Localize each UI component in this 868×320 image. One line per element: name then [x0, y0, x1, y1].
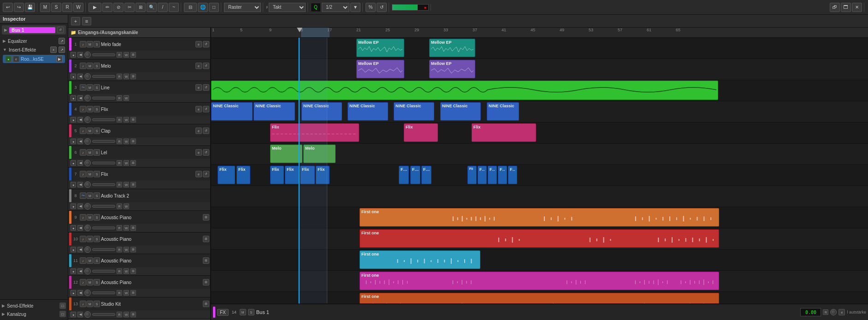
track-8-audio-icon[interactable]: 〜: [80, 192, 86, 199]
track-7-knob[interactable]: [84, 181, 91, 188]
track-4-mute-btn[interactable]: M: [87, 106, 93, 112]
inspector-equalizer-section[interactable]: ▶ Equalizer ↗: [0, 36, 68, 46]
track-3-edit-icon[interactable]: e: [195, 84, 202, 91]
r-button[interactable]: R: [62, 3, 72, 12]
inspector-bus-row[interactable]: ▶ Bus 1 ↺: [2, 25, 66, 35]
track-5-fader[interactable]: [92, 140, 115, 143]
track-11-route-icon[interactable]: ⊞: [203, 257, 209, 264]
fx-solo-btn[interactable]: S: [248, 309, 254, 315]
track-7-w[interactable]: W: [124, 182, 129, 187]
track-11-solo-btn[interactable]: S: [94, 257, 100, 264]
track-12-route-icon[interactable]: ⊞: [203, 279, 209, 285]
track-10-more[interactable]: ⊞: [130, 247, 136, 252]
mode-cut-button[interactable]: ✂: [124, 3, 135, 12]
track-3-solo-btn[interactable]: S: [94, 84, 100, 91]
track-10-left[interactable]: ◀: [77, 247, 83, 252]
track-1-fader[interactable]: [92, 53, 115, 56]
track-7-midi-icon[interactable]: ♪: [80, 171, 86, 177]
arrangement-row-8[interactable]: [211, 186, 868, 207]
track-8-knob[interactable]: [84, 203, 91, 209]
fx-e-btn[interactable]: e: [838, 309, 845, 315]
snap-button[interactable]: ⊟: [184, 3, 197, 12]
track-6-knob[interactable]: [84, 160, 91, 166]
track-10-mute-btn[interactable]: M: [87, 236, 93, 242]
track-3-knob[interactable]: [84, 95, 91, 101]
track-9-mute-btn[interactable]: M: [87, 214, 93, 221]
track-4-knob[interactable]: [84, 116, 91, 123]
track-4-more[interactable]: ⊞: [130, 117, 136, 122]
track-4-r[interactable]: R: [117, 117, 122, 122]
track-4-midi-icon[interactable]: ♪: [80, 106, 86, 112]
track-9-knob[interactable]: [84, 225, 91, 231]
track-2-left[interactable]: ◀: [77, 74, 83, 79]
arrangement-row-2[interactable]: Mellow EP Mellow EP: [211, 59, 868, 80]
track-list-icon-button[interactable]: ≡: [82, 17, 91, 25]
m-button[interactable]: M: [40, 3, 50, 12]
mode-glue-button[interactable]: ⊞: [136, 3, 146, 12]
clip-flix-blue-10[interactable]: Fli: [467, 166, 477, 184]
mode-eraser-button[interactable]: ⊘: [113, 3, 124, 12]
track-7-edit-icon[interactable]: e: [195, 171, 202, 177]
arrangement-row-13[interactable]: First one: [211, 292, 868, 303]
clip-nine-4[interactable]: NINE Classic: [348, 102, 388, 121]
clip-flix-pink-3[interactable]: Flix: [472, 123, 536, 142]
track-9-more[interactable]: ⊞: [130, 225, 136, 231]
track-9-r[interactable]: R: [117, 225, 122, 231]
arrangement-row-1[interactable]: Mellow EP Mellow EP: [211, 38, 868, 59]
arrangement-row-11[interactable]: First one: [211, 250, 868, 271]
fx-knob[interactable]: [830, 309, 837, 315]
clip-flix-pink-1[interactable]: Flix: [270, 123, 359, 142]
track-8-fader[interactable]: [92, 205, 115, 208]
track-1-edit-icon[interactable]: e: [195, 41, 202, 47]
clip-melo-1[interactable]: Melo: [270, 145, 302, 163]
track-13-more[interactable]: ⊞: [130, 312, 136, 317]
track-1-r[interactable]: R: [117, 52, 122, 58]
track-2-solo-btn[interactable]: S: [94, 63, 100, 69]
min-window-button[interactable]: 🗗: [830, 3, 840, 12]
track-2-mute-btn[interactable]: M: [87, 63, 93, 69]
plugin-arrow-icon[interactable]: ▶: [56, 56, 63, 62]
rooks-plugin-row[interactable]: ● e Roo...ksSE ▶: [3, 55, 65, 63]
save-button[interactable]: 💾: [25, 3, 35, 12]
mode-pencil-button[interactable]: ✏: [102, 3, 112, 12]
track-8-rec[interactable]: ●: [71, 204, 76, 209]
track-7-left[interactable]: ◀: [77, 182, 83, 187]
track-9-w[interactable]: W: [124, 225, 129, 231]
track-12-left[interactable]: ◀: [77, 290, 83, 296]
track-group-eingangs[interactable]: 📁 Eingangs-/Ausgangskanäle: [68, 28, 210, 38]
track-8-r[interactable]: R: [117, 204, 122, 209]
track-11-mute-btn[interactable]: M: [87, 257, 93, 264]
clip-mellow-purple-1[interactable]: Mellow EP: [356, 60, 404, 78]
track-11-more[interactable]: ⊞: [130, 268, 136, 274]
track-5-route-icon[interactable]: ↺: [203, 128, 209, 134]
clip-nine-6[interactable]: NINE Classic: [440, 102, 481, 121]
track-13-midi-icon[interactable]: ♪: [80, 301, 86, 307]
mode-vel-button[interactable]: ~: [169, 3, 179, 12]
track-1-left[interactable]: ◀: [77, 52, 83, 58]
track-13-w[interactable]: W: [124, 312, 129, 317]
track-7-fader[interactable]: [92, 183, 115, 186]
send-effekte-row[interactable]: ▶ Send-Effekte □: [2, 302, 66, 310]
track-4-fader[interactable]: [92, 118, 115, 121]
track-2-r[interactable]: R: [117, 74, 122, 79]
global-snap-button[interactable]: 🌐: [198, 3, 208, 12]
arrangement-row-7[interactable]: Flix Flix Flix Flix Flix: [211, 165, 868, 186]
track-4-w[interactable]: W: [124, 117, 129, 122]
arrangement-row-6[interactable]: Melo Melo: [211, 144, 868, 165]
track-9-midi-icon[interactable]: ♪: [80, 214, 86, 221]
clip-nine-3[interactable]: NINE Classic: [301, 102, 342, 121]
track-1-knob[interactable]: [84, 52, 91, 58]
track-6-route-icon[interactable]: ↺: [203, 149, 209, 156]
track-10-midi-icon[interactable]: ♪: [80, 236, 86, 242]
insert-options-icon[interactable]: ↗: [59, 47, 65, 53]
clip-flix-blue-2[interactable]: Flix: [236, 166, 250, 184]
no-snap-button[interactable]: □: [209, 3, 219, 12]
track-4-route-icon[interactable]: ↺: [203, 106, 209, 112]
track-12-solo-btn[interactable]: S: [94, 279, 100, 285]
clip-flix-blue-12[interactable]: Flix: [488, 166, 497, 184]
track-3-rec[interactable]: ●: [71, 95, 76, 101]
track-5-more[interactable]: ⊞: [130, 139, 136, 144]
add-track-button[interactable]: +: [71, 17, 80, 25]
track-9-left[interactable]: ◀: [77, 225, 83, 231]
track-11-r[interactable]: R: [117, 268, 122, 274]
